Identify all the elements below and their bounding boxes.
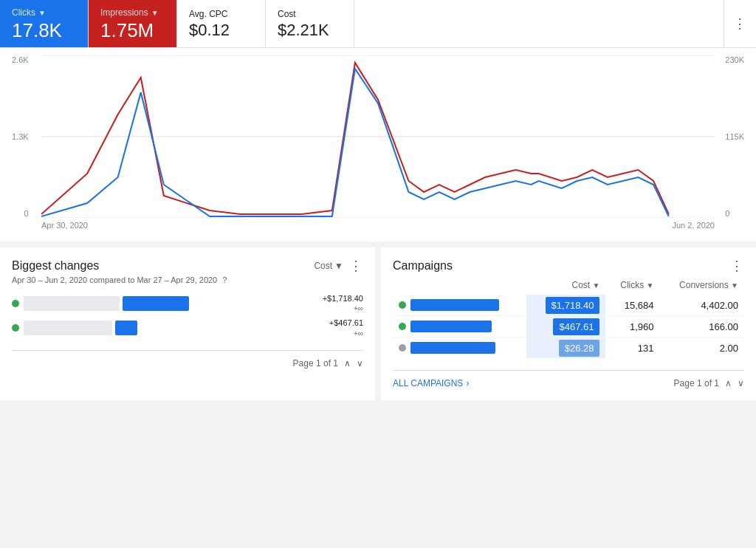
campaign-cost-1: $1,718.40 (526, 295, 605, 316)
biggest-changes-footer: Page 1 of 1 ∧ ∨ (12, 350, 363, 369)
impressions-value: 1.75M (100, 21, 165, 40)
bar-curr-2 (115, 321, 137, 335)
y-right-bottom: 0 (725, 209, 744, 218)
change-row-2: +$467.61 +∞ (12, 318, 363, 338)
avg-cpc-value: $0.12 (189, 22, 253, 38)
change-value-1: +$1,718.40 +∞ (304, 293, 363, 313)
metrics-bar: Clicks ▼ 17.8K Impressions ▼ 1.75M Avg. … (0, 0, 756, 48)
cost-sort-arrow: ▼ (593, 281, 600, 290)
campaign-bar-2 (410, 321, 492, 332)
chart-options[interactable]: ⋮ (724, 0, 756, 47)
impressions-dropdown-arrow[interactable]: ▼ (151, 9, 159, 17)
campaign-row-2: $467.61 1,960 166.00 (393, 316, 744, 338)
campaign-conversions-1: 4,402.00 (660, 295, 745, 316)
avg-cpc-label: Avg. CPC (189, 9, 253, 19)
campaign-name-2 (393, 316, 526, 338)
campaigns-header: Campaigns ⋮ (393, 259, 744, 273)
campaign-name-1 (393, 295, 526, 316)
col-header-cost[interactable]: Cost ▼ (526, 275, 605, 295)
clicks-label: Clicks ▼ (12, 7, 76, 18)
biggest-changes-panel: Biggest changes Cost ▼ ⋮ Apr 30 – Jun 2,… (0, 247, 375, 400)
campaigns-pagination-up[interactable]: ∧ (725, 378, 732, 388)
y-axis-right: 230K 115K 0 (725, 55, 744, 218)
y-right-top: 230K (725, 55, 744, 64)
chart-area: 2.6K 1.3K 0 230K 115K 0 Apr 30, 2020 Jun… (0, 48, 756, 247)
campaigns-table-header: Cost ▼ Clicks ▼ Conversions ▼ (393, 275, 744, 295)
col-header-name (393, 275, 526, 295)
y-left-mid: 1.3K (12, 132, 29, 141)
campaign-conversions-3: 2.00 (660, 338, 745, 359)
col-header-clicks[interactable]: Clicks ▼ (605, 275, 659, 295)
cost-filter-button[interactable]: Cost ▼ (314, 261, 343, 271)
campaigns-pagination: Page 1 of 1 ∧ ∨ (674, 378, 744, 388)
y-left-bottom: 0 (12, 209, 29, 218)
biggest-changes-header: Biggest changes Cost ▼ ⋮ (12, 259, 363, 273)
campaign-cost-3: $26.28 (526, 338, 605, 359)
campaign-dot-3 (399, 344, 406, 352)
chevron-right-icon: › (466, 378, 469, 388)
biggest-changes-more-icon[interactable]: ⋮ (349, 259, 363, 273)
campaigns-pagination-down[interactable]: ∨ (738, 378, 744, 388)
campaigns-title: Campaigns (393, 259, 453, 273)
bar-curr-1 (123, 296, 189, 311)
more-options-icon[interactable]: ⋮ (733, 17, 747, 30)
chart-svg (41, 55, 715, 218)
campaign-bar-1 (410, 299, 499, 311)
campaigns-footer: ALL CAMPAIGNS › Page 1 of 1 ∧ ∨ (393, 370, 744, 388)
campaign-row-1: $1,718.40 15,684 4,402.00 (393, 295, 744, 316)
change-value-2: +$467.61 +∞ (304, 318, 363, 338)
bottom-section: Biggest changes Cost ▼ ⋮ Apr 30 – Jun 2,… (0, 247, 756, 400)
biggest-changes-controls: Cost ▼ ⋮ (314, 259, 363, 273)
campaigns-panel: Campaigns ⋮ Cost ▼ Clicks ▼ Conversions (381, 247, 756, 400)
change-dot-2 (12, 324, 19, 332)
subtitle-help-icon[interactable]: ? (222, 275, 227, 284)
conversions-sort-arrow: ▼ (731, 281, 738, 290)
campaign-name-3 (393, 338, 526, 359)
change-dot-1 (12, 300, 19, 307)
line-chart: 2.6K 1.3K 0 230K 115K 0 (41, 55, 715, 218)
cost-label: Cost (278, 9, 342, 19)
x-axis: Apr 30, 2020 Jun 2, 2020 (41, 221, 715, 230)
filter-dropdown-arrow: ▼ (334, 261, 343, 271)
campaign-conversions-2: 166.00 (660, 316, 745, 338)
all-campaigns-link[interactable]: ALL CAMPAIGNS › (393, 378, 469, 388)
x-label-end: Jun 2, 2020 (673, 221, 715, 230)
campaign-dot-1 (399, 301, 406, 309)
cost-value: $2.21K (278, 22, 342, 38)
bar-prev-2 (24, 321, 112, 335)
impressions-label: Impressions ▼ (100, 7, 165, 18)
impressions-metric[interactable]: Impressions ▼ 1.75M (89, 0, 177, 47)
campaign-bar-3 (410, 342, 495, 354)
clicks-sort-arrow: ▼ (647, 281, 654, 290)
clicks-dropdown-arrow[interactable]: ▼ (38, 9, 46, 17)
campaign-clicks-1: 15,684 (605, 295, 659, 316)
clicks-metric[interactable]: Clicks ▼ 17.8K (0, 0, 89, 47)
campaign-dot-2 (399, 323, 406, 330)
y-left-top: 2.6K (12, 55, 29, 64)
biggest-changes-pagination: Page 1 of 1 ∧ ∨ (293, 358, 363, 369)
bar-group-2 (24, 321, 300, 335)
cost-metric: Cost $2.21K (266, 0, 354, 47)
col-header-conversions[interactable]: Conversions ▼ (660, 275, 745, 295)
x-label-start: Apr 30, 2020 (41, 221, 88, 230)
campaign-cost-2: $467.61 (526, 316, 605, 338)
pagination-up-arrow[interactable]: ∧ (344, 358, 351, 369)
pagination-down-arrow[interactable]: ∨ (357, 358, 363, 369)
change-row-1: +$1,718.40 +∞ (12, 293, 363, 313)
campaigns-more-icon[interactable]: ⋮ (730, 259, 744, 273)
bar-group-1 (24, 296, 300, 311)
campaign-clicks-3: 131 (605, 338, 659, 359)
avg-cpc-metric: Avg. CPC $0.12 (177, 0, 266, 47)
y-axis-left: 2.6K 1.3K 0 (12, 55, 29, 218)
campaign-row-3: $26.28 131 2.00 (393, 338, 744, 359)
biggest-changes-subtitle: Apr 30 – Jun 2, 2020 compared to Mar 27 … (12, 275, 363, 284)
campaign-clicks-2: 1,960 (605, 316, 659, 338)
campaigns-table: Cost ▼ Clicks ▼ Conversions ▼ (393, 275, 744, 358)
bar-prev-1 (24, 296, 120, 311)
biggest-changes-title: Biggest changes (12, 259, 99, 273)
clicks-value: 17.8K (12, 21, 76, 40)
y-right-mid: 115K (725, 132, 744, 141)
